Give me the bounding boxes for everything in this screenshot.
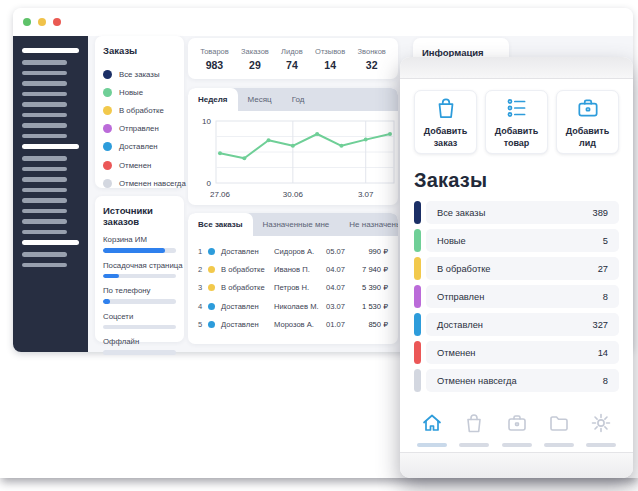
sidebar-item-placeholder[interactable] (22, 263, 67, 268)
sidebar-item-placeholder[interactable] (22, 209, 67, 214)
status-filter-processing[interactable]: В обработке (103, 101, 176, 119)
status-pill (414, 369, 421, 392)
sidebar-item-placeholder[interactable] (22, 60, 67, 65)
row-customer: Николаев М. (274, 302, 326, 311)
tab-month[interactable]: Месяц (238, 88, 282, 111)
sidebar-item-placeholder[interactable] (22, 92, 67, 97)
source-item: По телефону (103, 286, 176, 304)
source-progress-track (103, 274, 176, 279)
table-row[interactable]: 5 Доставлен Морозов А. 01.07 850 ₽ (198, 316, 388, 334)
stat-label: Звонков (358, 47, 386, 56)
source-item: Корзина ИМ (103, 235, 176, 253)
status-label: В обработке (119, 106, 164, 115)
tab-assigned-to-me[interactable]: Назначенные мне (253, 213, 340, 236)
panel-grip-bar[interactable] (400, 57, 633, 79)
stat-products: Товаров 983 (200, 47, 229, 71)
status-filter-cancelled[interactable]: Отменен (103, 156, 176, 174)
sidebar-item-placeholder[interactable] (22, 102, 67, 107)
sidebar-section-placeholder[interactable] (22, 48, 79, 53)
panel-order-cancelled-forever[interactable]: Отменен навсегда 8 (414, 369, 619, 392)
source-progress-track (103, 325, 176, 330)
tab-year[interactable]: Год (282, 88, 315, 111)
status-label: Доставлен (119, 142, 158, 151)
sidebar-item-placeholder[interactable] (22, 177, 67, 182)
tab-unassigned[interactable]: Не назначены (339, 213, 398, 236)
sidebar-item-placeholder[interactable] (22, 71, 67, 76)
source-progress-track (103, 350, 176, 355)
panel-bottom-nav (414, 411, 619, 447)
source-item: Соцсети (103, 312, 176, 330)
chart-card: Неделя Месяц Год 27.0630.063.07100 (188, 88, 398, 205)
window-control-yellow[interactable] (38, 18, 46, 26)
row-date: 04.07 (326, 265, 354, 274)
tab-all-orders[interactable]: Все заказы (188, 213, 253, 236)
sidebar-item-placeholder[interactable] (22, 156, 67, 161)
status-filter-sent[interactable]: Отправлен (103, 120, 176, 138)
status-dot (103, 142, 112, 151)
gear-icon (589, 411, 613, 435)
stat-leads: Лидов 74 (281, 47, 303, 71)
sidebar-item-placeholder[interactable] (22, 81, 67, 86)
sidebar-item-placeholder[interactable] (22, 113, 67, 118)
action-label: Добавить лид (561, 126, 615, 149)
status-label: Отправлен (119, 124, 159, 133)
status-filter-cancelled-forever[interactable]: Отменен навсегда (103, 174, 176, 192)
sidebar-item-placeholder[interactable] (22, 198, 67, 203)
sidebar-item-placeholder[interactable] (22, 188, 67, 193)
orders-table: 1 Доставлен Сидоров А. 05.07 990 ₽ 2 В о… (188, 236, 398, 334)
order-label: Отправлен (437, 292, 484, 302)
panel-order-all[interactable]: Все заказы 389 (414, 201, 619, 224)
bag-icon (433, 95, 459, 121)
table-row[interactable]: 1 Доставлен Сидоров А. 05.07 990 ₽ (198, 242, 388, 260)
order-label: Отменен навсегда (437, 376, 517, 386)
panel-order-new[interactable]: Новые 5 (414, 229, 619, 252)
table-row[interactable]: 4 Доставлен Николаев М. 03.07 1 530 ₽ (198, 297, 388, 315)
sidebar-item-placeholder[interactable] (22, 167, 67, 172)
add-lead-button[interactable]: Добавить лид (556, 90, 619, 154)
table-row[interactable]: 3 В обработке Петров Н. 04.07 5 390 ₽ (198, 279, 388, 297)
window-control-red[interactable] (53, 18, 61, 26)
add-product-button[interactable]: Добавить товар (485, 90, 548, 154)
row-price: 7 940 ₽ (354, 265, 388, 274)
status-filter-new[interactable]: Новые (103, 83, 176, 101)
status-filter-delivered[interactable]: Доставлен (103, 138, 176, 156)
orders-table-tabs: Все заказы Назначенные мне Не назначены (188, 213, 398, 236)
order-box: Новые 5 (426, 229, 619, 252)
nav-leads[interactable] (502, 411, 532, 447)
sidebar-item-placeholder[interactable] (22, 134, 67, 139)
nav-home[interactable] (417, 411, 447, 447)
row-date: 03.07 (326, 302, 354, 311)
row-status-dot (208, 284, 215, 291)
sidebar-section-placeholder[interactable] (22, 144, 79, 149)
stat-reviews: Отзывов 14 (315, 47, 345, 71)
stat-label: Товаров (200, 47, 229, 56)
panel-order-sent[interactable]: Отправлен 8 (414, 285, 619, 308)
table-row[interactable]: 2 В обработке Иванов П. 04.07 7 940 ₽ (198, 260, 388, 278)
row-status: Доставлен (221, 320, 274, 329)
sidebar-item-placeholder[interactable] (22, 230, 67, 235)
row-status-dot (208, 266, 215, 273)
svg-text:0: 0 (207, 179, 212, 188)
window-control-green[interactable] (23, 18, 31, 26)
order-box: В обработке 27 (426, 257, 619, 280)
source-label: Корзина ИМ (103, 235, 176, 244)
panel-order-processing[interactable]: В обработке 27 (414, 257, 619, 280)
status-dot (103, 179, 112, 188)
status-filter-all[interactable]: Все заказы (103, 65, 176, 83)
sidebar-section-placeholder[interactable] (22, 240, 79, 245)
source-progress-track (103, 299, 176, 304)
status-dot (103, 161, 112, 170)
tab-week[interactable]: Неделя (188, 88, 238, 111)
nav-settings[interactable] (586, 411, 616, 447)
nav-files[interactable] (544, 411, 574, 447)
panel-order-cancelled[interactable]: Отменен 14 (414, 341, 619, 364)
sidebar-item-placeholder[interactable] (22, 123, 67, 128)
nav-orders[interactable] (459, 411, 489, 447)
sidebar-item-placeholder[interactable] (22, 252, 67, 257)
add-order-button[interactable]: Добавить заказ (414, 90, 477, 154)
panel-order-delivered[interactable]: Доставлен 327 (414, 313, 619, 336)
row-customer: Иванов П. (274, 265, 326, 274)
sidebar-item-placeholder[interactable] (22, 219, 67, 224)
row-number: 5 (198, 320, 208, 329)
nav-label-placeholder (459, 443, 489, 447)
